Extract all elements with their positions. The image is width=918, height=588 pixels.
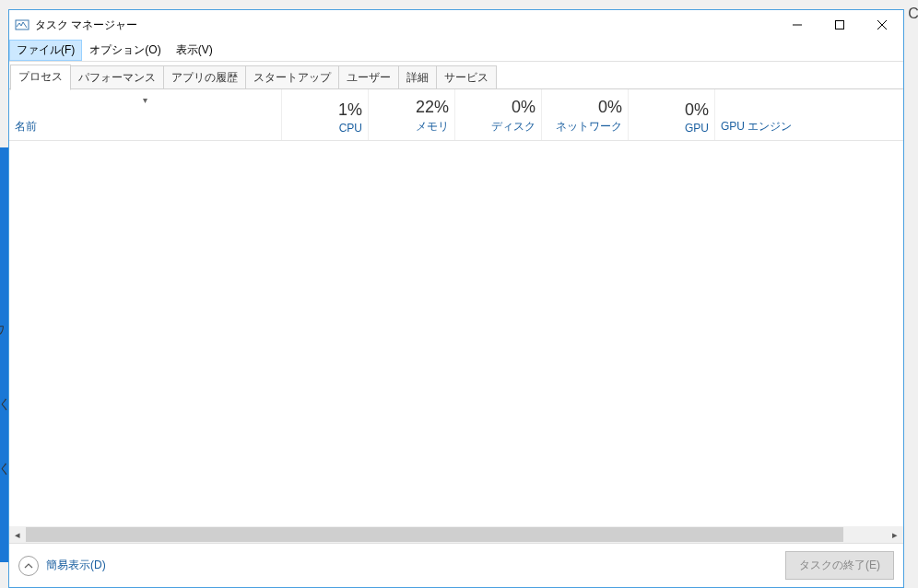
column-name-label: 名前: [15, 119, 276, 135]
menubar: ファイル(F) オプション(O) 表示(V): [9, 40, 903, 62]
bottom-bar: 簡易表示(D) タスクの終了(E): [9, 543, 903, 587]
tab-performance[interactable]: パフォーマンス: [70, 65, 164, 89]
fewer-details-label: 簡易表示(D): [46, 558, 106, 573]
disk-usage-value: 0%: [461, 98, 536, 117]
titlebar: タスク マネージャー: [9, 10, 903, 40]
horizontal-scrollbar[interactable]: ◂ ▸: [9, 526, 903, 543]
menu-file[interactable]: ファイル(F): [9, 40, 82, 61]
column-headers: ▾ 名前 1% CPU 22% メモリ 0% ディスク 0% ネットワーク 0%…: [9, 89, 903, 141]
window-title: タスク マネージャー: [35, 18, 137, 33]
column-header-gpu[interactable]: 0% GPU: [629, 89, 715, 140]
maximize-button[interactable]: [818, 10, 861, 40]
chevron-up-circle-icon: [18, 556, 39, 576]
menu-options[interactable]: オプション(O): [82, 40, 168, 61]
chevron-down-icon: ▾: [143, 95, 147, 105]
column-header-name[interactable]: ▾ 名前: [9, 89, 282, 140]
gpu-engine-label: GPU エンジン: [721, 119, 898, 135]
memory-usage-value: 22%: [374, 98, 449, 117]
gpu-label: GPU: [634, 122, 709, 135]
scroll-right-arrow-icon[interactable]: ▸: [887, 526, 903, 543]
svg-rect-2: [836, 21, 844, 29]
tab-body: ▾ 名前 1% CPU 22% メモリ 0% ディスク 0% ネットワーク 0%…: [9, 88, 903, 543]
tab-processes[interactable]: プロセス: [10, 65, 71, 90]
cpu-usage-value: 1%: [288, 100, 362, 120]
tab-startup[interactable]: スタートアップ: [245, 65, 339, 89]
column-header-network[interactable]: 0% ネットワーク: [542, 89, 629, 140]
tab-users[interactable]: ユーザー: [338, 65, 399, 89]
column-header-gpu-engine[interactable]: GPU エンジン: [715, 89, 903, 140]
background-search-icon: C: [909, 0, 918, 28]
minimize-button[interactable]: [776, 10, 818, 40]
scroll-thumb[interactable]: [26, 527, 843, 542]
tab-services[interactable]: サービス: [436, 65, 497, 89]
column-header-cpu[interactable]: 1% CPU: [282, 89, 369, 140]
fewer-details-toggle[interactable]: 簡易表示(D): [18, 556, 106, 576]
column-header-memory[interactable]: 22% メモリ: [369, 89, 455, 140]
tab-details[interactable]: 詳細: [398, 65, 437, 89]
task-manager-window: タスク マネージャー ファイル(F) オプション(O) 表示(V) プロセス パ…: [8, 9, 904, 588]
tabs: プロセス パフォーマンス アプリの履歴 スタートアップ ユーザー 詳細 サービス: [9, 62, 903, 89]
scroll-left-arrow-icon[interactable]: ◂: [9, 526, 26, 543]
task-manager-icon: [15, 18, 29, 32]
disk-label: ディスク: [461, 119, 536, 135]
network-label: ネットワーク: [547, 119, 622, 135]
process-list-area[interactable]: [9, 141, 903, 526]
cpu-label: CPU: [288, 122, 362, 135]
memory-label: メモリ: [374, 119, 449, 135]
column-header-disk[interactable]: 0% ディスク: [455, 89, 542, 140]
menu-view[interactable]: 表示(V): [169, 40, 220, 61]
network-usage-value: 0%: [547, 98, 622, 117]
background-accent-stripe: [0, 147, 8, 562]
close-button[interactable]: [861, 10, 903, 40]
scroll-track[interactable]: [26, 526, 887, 543]
end-task-button[interactable]: タスクの終了(E): [785, 551, 894, 580]
gpu-usage-value: 0%: [634, 100, 709, 120]
tab-app-history[interactable]: アプリの履歴: [163, 65, 246, 89]
